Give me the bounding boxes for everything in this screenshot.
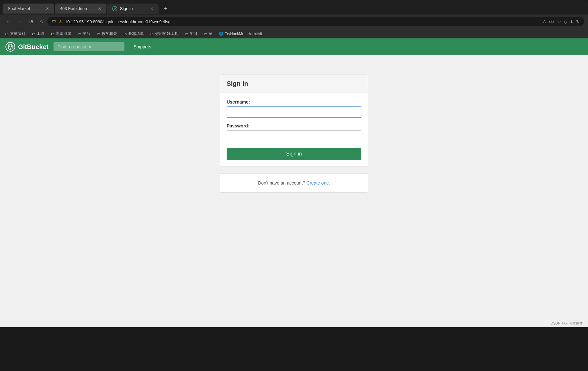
svg-point-3 [11, 45, 12, 47]
signin-card-header: Sign in [220, 75, 368, 93]
devtools-icon[interactable]: </> [548, 19, 554, 24]
lock-icon: ⚠ [59, 19, 63, 24]
address-field[interactable]: 🛡 ⚠ 10.129.95.190:8080/signin;jsessionid… [47, 17, 584, 26]
username-label: Username: [227, 99, 361, 105]
tab-close-signin[interactable]: ✕ [150, 6, 153, 11]
globe-icon: 🌐 [219, 32, 223, 36]
tab-close-403[interactable]: ✕ [98, 6, 101, 11]
folder-icon: 🗁 [204, 32, 207, 36]
gitbucket-navbar: GitBucket Snippets [0, 38, 588, 55]
bookmark-darkengine[interactable]: 🗁 黑暗引擎 [50, 30, 73, 37]
folder-icon: 🗁 [150, 32, 154, 36]
bookmark-label: 黑暗引擎 [56, 31, 71, 36]
folder-icon: 🗁 [51, 32, 54, 36]
svg-point-0 [113, 6, 117, 11]
register-text: Don't have an account? [258, 180, 307, 186]
bookmark-label: TryHackMe | Hacktivit [225, 32, 262, 36]
svg-point-1 [6, 42, 15, 51]
tab-label: Seal Market [8, 6, 30, 11]
folder-icon: 🗁 [32, 32, 35, 36]
username-group: Username: [227, 99, 361, 118]
bookmark-platform[interactable]: 🗁 平台 [76, 30, 92, 37]
home-button[interactable]: ⌂ [38, 17, 45, 26]
bookmark-memo[interactable]: 🗁 备忘清单 [122, 30, 145, 37]
reading-list-icon[interactable]: ◇ [564, 19, 567, 24]
folder-icon: 🗁 [5, 32, 9, 36]
bookmark-label: 工具 [37, 31, 44, 36]
back-button[interactable]: ← [4, 17, 13, 26]
bookmark-goodtools[interactable]: 🗁 好用的好工具 [149, 30, 180, 37]
bookmark-wenzian[interactable]: 🗁 文献资料 [4, 30, 27, 37]
tab-bar: Seal Market ✕ 403 Forbidden ✕ Sign in ✕ … [0, 0, 588, 15]
brand-link[interactable]: GitBucket [5, 42, 48, 52]
new-tab-button[interactable]: ＋ [159, 3, 172, 15]
password-group: Password: [227, 123, 361, 141]
browser-chrome: Seal Market ✕ 403 Forbidden ✕ Sign in ✕ … [0, 0, 588, 327]
address-bar-row: ← → ↺ ⌂ 🛡 ⚠ 10.129.95.190:8080/signin;js… [0, 15, 588, 29]
tab-sign-in[interactable]: Sign in ✕ [107, 4, 159, 14]
reload-button[interactable]: ↺ [27, 17, 35, 26]
bookmark-star-icon[interactable]: ☆ [557, 19, 561, 24]
bookmark-tryhackme[interactable]: 🌐 TryHackMe | Hacktivit [218, 31, 263, 37]
bookmarks-bar: 🗁 文献资料 🗁 工具 🗁 黑暗引擎 🗁 平台 🗁 教学相关 🗁 备忘清单 🗁 … [0, 29, 588, 38]
gitbucket-logo [5, 42, 15, 52]
password-label: Password: [227, 123, 361, 128]
gitbucket-tab-icon [112, 6, 117, 11]
bookmark-label: 教学相关 [102, 31, 117, 36]
bookmark-label: 平台 [83, 31, 90, 36]
username-input[interactable] [227, 106, 361, 118]
shield-icon: 🛡 [52, 19, 56, 24]
page-footer: CSDN @人间体佐非 [0, 320, 588, 327]
signin-card: Sign in Username: Password: Sign in [220, 75, 368, 167]
signin-button[interactable]: Sign in [227, 148, 361, 160]
bookmark-tools[interactable]: 🗁 工具 [31, 30, 46, 37]
bookmark-cai[interactable]: 🗁 菜 [202, 30, 214, 37]
refresh-icon[interactable]: ↻ [576, 19, 580, 24]
bookmark-label: 备忘清单 [128, 31, 144, 36]
address-icons: A </> ☆ ◇ ⬇ ↻ [543, 19, 580, 24]
url-text: 10.129.95.190:8080/signin;jsessionid=nod… [65, 19, 171, 24]
tab-close-seal-market[interactable]: ✕ [46, 6, 49, 11]
signin-card-body: Username: Password: Sign in [220, 93, 368, 166]
bookmark-teaching[interactable]: 🗁 教学相关 [95, 30, 118, 37]
brand-name: GitBucket [18, 43, 48, 51]
folder-icon: 🗁 [185, 32, 188, 36]
register-card: Don't have an account? Create one. [220, 173, 368, 193]
tab-403-forbidden[interactable]: 403 Forbidden ✕ [55, 4, 106, 14]
bookmark-study[interactable]: 🗁 学习 [183, 30, 199, 37]
svg-point-2 [8, 45, 10, 47]
tab-label-signin: Sign in [120, 6, 133, 11]
find-repo-input[interactable] [54, 42, 124, 51]
folder-icon: 🗁 [78, 32, 81, 36]
bookmark-label: 学习 [190, 31, 197, 36]
bookmark-label: 好用的好工具 [155, 31, 178, 36]
tab-seal-market[interactable]: Seal Market ✕ [3, 4, 54, 14]
bookmark-label: 文献资料 [10, 31, 25, 36]
page-content: GitBucket Snippets Sign in Username: [0, 38, 588, 327]
tab-label: 403 Forbidden [60, 6, 87, 11]
password-input[interactable] [227, 130, 361, 141]
snippets-link[interactable]: Snippets [130, 42, 155, 51]
folder-icon: 🗁 [97, 32, 100, 36]
folder-icon: 🗁 [123, 32, 127, 36]
signin-title: Sign in [227, 80, 361, 87]
download-icon[interactable]: ⬇ [570, 19, 573, 24]
footer-text: CSDN @人间体佐非 [551, 321, 583, 325]
translate-icon[interactable]: A [543, 19, 546, 24]
forward-button[interactable]: → [15, 17, 24, 26]
create-one-link[interactable]: Create one. [307, 180, 330, 186]
main-area: Sign in Username: Password: Sign in Don'… [0, 55, 588, 320]
bookmark-label: 菜 [209, 31, 212, 36]
